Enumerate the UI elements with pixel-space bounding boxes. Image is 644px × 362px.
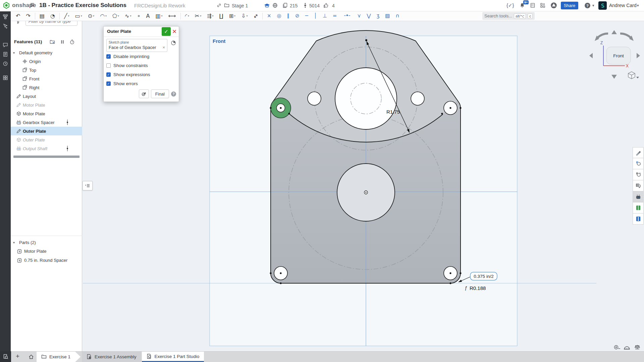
checkbox[interactable] [106,63,111,68]
history-icon[interactable] [3,61,8,67]
spline-tool[interactable]: ∿▾ [122,12,133,20]
clear-selection-icon[interactable]: × [162,45,165,50]
motor-pilot-hole[interactable] [335,68,397,129]
version-graph-icon[interactable] [3,14,8,20]
dialog-option-row[interactable]: ✓Disable imprinting [106,52,176,61]
dimension-tool[interactable]: ⟷ [166,12,178,20]
feature-label[interactable]: Origin [29,59,41,64]
user-name[interactable]: Andrew Card [609,3,637,8]
help-caret-icon[interactable]: ▾ [592,3,594,8]
part-label[interactable]: Motor Plate [24,249,46,254]
onshape-logo-icon[interactable] [3,2,10,9]
part-row[interactable]: 0.75 in. Round Spacer [11,256,82,265]
dxf-import-tool[interactable]: ⇩▾ [239,12,250,20]
dropdown-caret-icon[interactable]: ▾ [188,14,189,17]
concentric-constraint[interactable]: ◎ [275,12,284,20]
dropdown-caret-icon[interactable]: ▾ [212,14,214,17]
report-icon[interactable] [3,52,8,57]
public-document-icon[interactable] [272,3,278,9]
views-icon[interactable] [303,3,309,9]
feature-row[interactable]: ▾Default geometry [11,48,82,57]
user-avatar[interactable] [598,1,607,10]
dialog-option-row[interactable]: ✓Show expressions [106,70,176,79]
text-tool[interactable]: A [144,12,152,20]
document-tab[interactable]: Exercise 1 Assembly [82,352,141,362]
dialog-help-icon[interactable]: ? [171,92,176,97]
share-button[interactable]: Share [561,2,578,9]
new-tab-button[interactable]: + [16,353,19,360]
offset-tool[interactable]: ⇶▾ [205,12,216,20]
rollback-timer-icon[interactable] [69,39,75,45]
sketch-plane-field[interactable]: Sketch plane Face of Gearbox Spacer × [106,39,167,52]
named-views-icon[interactable] [633,169,644,180]
home-tab-icon[interactable] [29,354,35,360]
arc-tool[interactable]: ◠▾ [98,12,109,20]
likes-icon[interactable] [323,3,329,9]
corner-hole-top-left-selected[interactable] [271,98,291,118]
line-tool[interactable]: ╱▾ [62,12,72,20]
custom-feature-app-icon[interactable] [633,191,644,202]
configurations-icon[interactable] [633,180,644,191]
new-folder-icon[interactable] [50,39,55,45]
feature-row[interactable]: Motor Plate [11,109,82,118]
circle-tool[interactable]: ⊙▾ [86,12,97,20]
suspend-icon[interactable] [60,39,65,45]
midpoint-constraint[interactable]: ╶•╴ [340,12,354,20]
search-document-button[interactable] [0,351,11,362]
normal-constraint[interactable]: ∩ [393,12,401,20]
trim-tool[interactable]: ✂▾ [193,12,204,20]
dialog-accept-button[interactable]: ✓ [162,27,171,36]
sketch-face-button[interactable]: ◔ [48,12,57,20]
document-tab[interactable]: Exercise 1 Part Studio [142,352,204,362]
polygon-tool[interactable]: ⬠▾ [110,12,121,20]
instance-dots-handle[interactable] [66,119,69,125]
dropdown-caret-icon[interactable]: ▾ [130,14,131,17]
workspace-folder-icon[interactable] [224,3,230,9]
parts-caret-icon[interactable]: ▾ [13,241,15,244]
feature-row[interactable]: Gearbox Spacer [11,118,82,127]
dialog-option-row[interactable]: Show constraints [106,61,176,70]
parallel-constraint[interactable]: ∥ [285,12,292,20]
feature-row[interactable]: Outer Plate [11,135,82,144]
user-menu-caret-icon[interactable]: ▾ [637,3,639,8]
feature-row[interactable]: Output Shaft [11,144,82,153]
dropdown-caret-icon[interactable]: ▾ [81,14,82,17]
fillet-tool[interactable]: ◜▾ [183,12,192,20]
feature-label[interactable]: Layout [23,94,36,99]
document-tab[interactable]: Exercise 1 [37,352,80,362]
feature-label[interactable]: Motor Plate [23,103,45,108]
radius-dimension-label[interactable]: R1.75 [386,109,400,115]
motor-bolt-hole-right[interactable] [411,92,424,105]
equal-constraint[interactable]: = [330,12,339,20]
dialog-cancel-button[interactable]: ✕ [171,28,178,35]
featurescript-check-icon[interactable]: {✓} [506,2,514,8]
apps-icon[interactable] [3,75,8,81]
part-row[interactable]: Motor Plate [11,247,82,256]
feature-label[interactable]: Right [29,85,39,90]
feature-label[interactable]: Outer Plate [23,129,46,134]
main-menu-icon[interactable]: ≡ [30,1,34,9]
feature-row[interactable]: Outer Plate [11,127,82,135]
dropdown-caret-icon[interactable]: ▾ [200,14,201,17]
instance-dots-handle[interactable] [66,145,69,152]
sketch-preview-button[interactable] [139,89,149,98]
isometric-view-icon[interactable] [628,72,635,79]
part-label[interactable]: 0.75 in. Round Spacer [24,258,67,263]
horizontal-constraint[interactable]: ─ [303,12,311,20]
dropdown-caret-icon[interactable]: ▾ [247,14,248,17]
workspace-label[interactable]: Stage 1 [232,3,248,8]
undo-tool[interactable]: ↶ [13,12,22,20]
featurescript-green-notebook-icon[interactable] [633,202,644,214]
feature-label[interactable]: Gearbox Spacer [23,120,55,125]
point-tool[interactable]: ∘ [135,12,143,20]
dropdown-caret-icon[interactable]: ▾ [234,14,235,17]
rollback-bar[interactable] [13,156,79,158]
link-icon[interactable] [216,3,222,9]
document-title[interactable]: 1B - Practice Exercise Solutions [39,2,126,9]
pattern-tool[interactable]: ⊞▾ [227,12,238,20]
dialog-option-row[interactable]: ✓Show errors [106,79,176,88]
checkbox[interactable]: ✓ [106,72,111,77]
final-button[interactable]: Final [151,89,169,98]
dropdown-caret-icon[interactable]: ▾ [93,14,94,17]
dropdown-caret-icon[interactable]: ▾ [105,14,107,17]
